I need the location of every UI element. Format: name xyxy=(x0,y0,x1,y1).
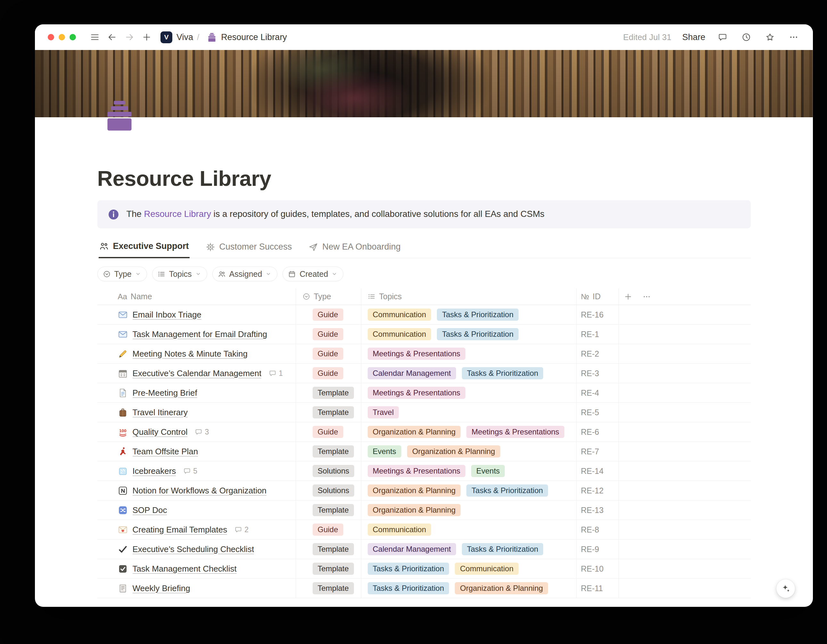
name-cell: Task Management Checklist xyxy=(97,559,296,578)
filter-label: Type xyxy=(114,269,132,279)
empty-cell xyxy=(619,344,751,363)
row-name-link[interactable]: Notion for Workflows & Organization xyxy=(133,486,267,496)
type-tag: Guide xyxy=(313,524,343,536)
row-name-link[interactable]: Meeting Notes & Minute Taking xyxy=(133,349,248,359)
filter-topics[interactable]: Topics xyxy=(152,267,207,281)
tab-new-ea-onboarding[interactable]: New EA Onboarding xyxy=(308,239,401,258)
comment-icon xyxy=(183,467,191,475)
tab-label: Executive Support xyxy=(113,241,189,251)
name-cell: Travel Itinerary xyxy=(97,403,296,422)
topics-cell: Communication xyxy=(361,520,577,539)
add-property-button[interactable] xyxy=(619,288,637,305)
type-tag: Guide xyxy=(313,348,343,360)
share-button[interactable]: Share xyxy=(682,32,705,42)
row-name-link[interactable]: Task Management Checklist xyxy=(133,564,237,574)
name-cell: Weekly Briefing xyxy=(97,578,296,598)
notion-icon xyxy=(118,486,128,496)
column-header-type[interactable]: Type xyxy=(296,288,361,305)
tab-customer-success[interactable]: Customer Success xyxy=(205,239,293,258)
table-row[interactable]: Executive’s Calendar Management 1 Guide … xyxy=(97,364,751,383)
comment-icon xyxy=(195,428,203,436)
empty-cell xyxy=(619,364,751,383)
page-icon[interactable] xyxy=(103,98,136,133)
row-name-link[interactable]: Pre-Meeting Brief xyxy=(133,388,197,398)
empty-cell xyxy=(619,481,751,500)
topic-tag: Tasks & Prioritization xyxy=(368,582,449,594)
table-row[interactable]: Task Management Checklist Template Tasks… xyxy=(97,559,751,578)
column-label: Name xyxy=(131,292,152,301)
helm-icon xyxy=(206,242,215,252)
table-row[interactable]: Team Offsite Plan Template EventsOrganiz… xyxy=(97,442,751,461)
breadcrumb-page[interactable]: Resource Library xyxy=(207,32,287,42)
info-icon xyxy=(108,209,120,220)
row-name-link[interactable]: Travel Itinerary xyxy=(133,408,188,417)
table-row[interactable]: Icebreakers 5 Solutions Meetings & Prese… xyxy=(97,461,751,481)
new-tab-button[interactable] xyxy=(139,30,154,45)
comment-count: 2 xyxy=(234,525,248,534)
id-cell: RE-14 xyxy=(577,461,619,481)
column-header-topics[interactable]: Topics xyxy=(361,288,577,305)
topic-tag: Organization & Planning xyxy=(368,485,461,497)
column-header-id[interactable]: № ID xyxy=(577,288,619,305)
column-header-name[interactable]: Aa Name xyxy=(97,288,296,305)
row-name-link[interactable]: Executive’s Scheduling Checklist xyxy=(133,544,254,554)
id-cell: RE-13 xyxy=(577,500,619,520)
back-button[interactable] xyxy=(105,30,120,45)
table-row[interactable]: Weekly Briefing Template Tasks & Priorit… xyxy=(97,578,751,598)
more-options-button[interactable] xyxy=(787,30,800,45)
love-letter-icon xyxy=(118,525,128,535)
tab-executive-support[interactable]: Executive Support xyxy=(99,239,190,258)
row-name-link[interactable]: Quality Control xyxy=(133,427,188,437)
table-row[interactable]: 100 Quality Control 3 Guide Organization… xyxy=(97,422,751,442)
row-name-link[interactable]: Task Management for Email Drafting xyxy=(133,329,267,339)
breadcrumb-workspace[interactable]: V Viva xyxy=(161,31,193,43)
row-name-link[interactable]: SOP Doc xyxy=(133,505,167,515)
table-row[interactable]: Travel Itinerary Template Travel RE-5 xyxy=(97,403,751,422)
topic-tag: Tasks & Prioritization xyxy=(462,367,543,379)
row-name-link[interactable]: Creating Email Templates xyxy=(133,525,228,535)
topic-tag: Communication xyxy=(368,328,431,340)
table-row[interactable]: SOP Doc Template Organization & Planning… xyxy=(97,500,751,520)
notion-ai-button[interactable] xyxy=(776,579,795,598)
table-row[interactable]: Pre-Meeting Brief Template Meetings & Pr… xyxy=(97,383,751,403)
minimize-window-button[interactable] xyxy=(59,34,65,41)
select-icon xyxy=(302,292,311,300)
table-body: Email Inbox Triage Guide CommunicationTa… xyxy=(97,305,751,598)
zoom-window-button[interactable] xyxy=(70,34,76,41)
table-row[interactable]: Notion for Workflows & Organization Solu… xyxy=(97,481,751,500)
resource-library-link[interactable]: Resource Library xyxy=(144,209,211,219)
column-label: ID xyxy=(593,292,601,301)
row-name-link[interactable]: Weekly Briefing xyxy=(133,583,190,593)
table-row[interactable]: Email Inbox Triage Guide CommunicationTa… xyxy=(97,305,751,325)
page-title[interactable]: Resource Library xyxy=(97,166,751,191)
topic-tag: Events xyxy=(368,445,401,458)
topics-cell: Calendar ManagementTasks & Prioritizatio… xyxy=(361,364,577,383)
notion-window: V Viva / Resource Library Edited Jul 31 … xyxy=(35,24,813,607)
filter-assigned[interactable]: Assigned xyxy=(212,267,278,281)
table-row[interactable]: Meeting Notes & Minute Taking Guide Meet… xyxy=(97,344,751,364)
empty-cell xyxy=(619,500,751,520)
type-cell: Template xyxy=(296,383,361,402)
row-name-link[interactable]: Executive’s Calendar Management xyxy=(133,369,262,378)
history-button[interactable] xyxy=(740,30,753,45)
row-name-link[interactable]: Email Inbox Triage xyxy=(133,310,201,320)
row-name-link[interactable]: Team Offsite Plan xyxy=(133,447,198,456)
forward-button[interactable] xyxy=(122,30,137,45)
table-row[interactable]: Task Management for Email Drafting Guide… xyxy=(97,325,751,344)
comments-button[interactable] xyxy=(716,30,729,45)
close-window-button[interactable] xyxy=(48,34,54,41)
table-options-button[interactable] xyxy=(637,288,656,305)
filter-created[interactable]: Created xyxy=(282,267,343,281)
list-icon xyxy=(368,292,376,300)
table-row[interactable]: Creating Email Templates 2 Guide Communi… xyxy=(97,520,751,539)
filter-type[interactable]: Type xyxy=(97,267,147,281)
topic-tag: Organization & Planning xyxy=(407,445,500,458)
table-row[interactable]: Executive’s Scheduling Checklist Templat… xyxy=(97,539,751,559)
sidebar-toggle-button[interactable] xyxy=(87,30,102,45)
favorite-button[interactable] xyxy=(764,30,776,45)
topics-cell: Organization & PlanningMeetings & Presen… xyxy=(361,422,577,441)
column-label: Type xyxy=(314,292,331,301)
row-name-link[interactable]: Icebreakers xyxy=(133,466,176,476)
name-cell: Meeting Notes & Minute Taking xyxy=(97,344,296,363)
topic-tag: Organization & Planning xyxy=(368,504,461,516)
